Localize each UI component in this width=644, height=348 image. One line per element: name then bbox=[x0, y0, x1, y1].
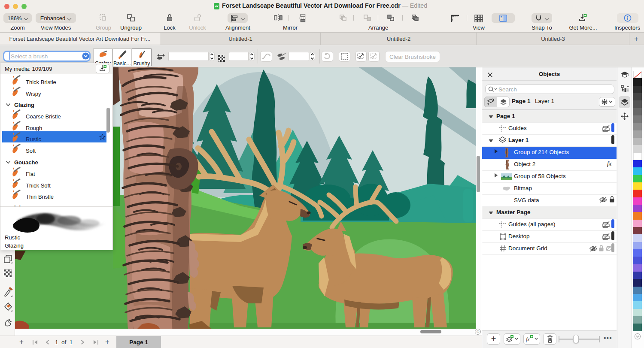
svg-text:fx: fx bbox=[526, 336, 530, 342]
